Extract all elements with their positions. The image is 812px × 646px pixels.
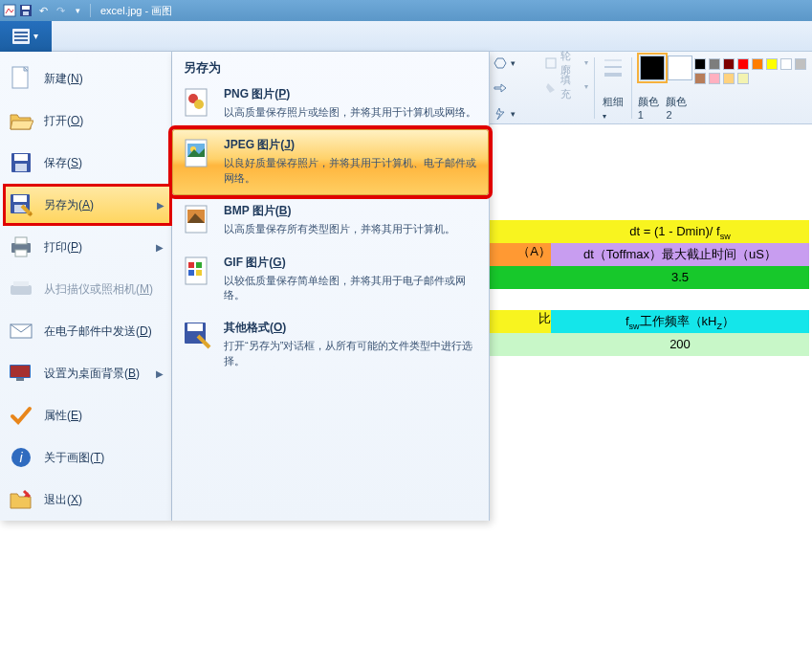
palette-swatch[interactable] xyxy=(752,58,763,70)
palette-swatch[interactable] xyxy=(709,58,720,70)
shape-lightning-button[interactable]: ▾ xyxy=(494,106,516,121)
color1-swatch[interactable] xyxy=(640,56,665,80)
svg-rect-5 xyxy=(14,32,28,33)
shape-arrow-button[interactable] xyxy=(494,81,507,96)
qat-undo-icon[interactable]: ↶ xyxy=(34,2,52,19)
svg-marker-41 xyxy=(494,58,506,68)
svg-rect-37 xyxy=(188,270,194,276)
svg-rect-36 xyxy=(196,262,202,268)
gif-file-icon xyxy=(182,255,214,287)
color-palette[interactable] xyxy=(694,58,808,86)
item-title: 其他格式(O) xyxy=(224,320,479,336)
palette-swatch[interactable] xyxy=(694,73,706,84)
save-as-other[interactable]: 其他格式(O) 打开“另存为”对话框，从所有可能的文件类型中进行选择。 xyxy=(172,312,489,378)
svg-rect-23 xyxy=(16,378,24,381)
email-icon xyxy=(8,318,34,345)
jpeg-file-icon xyxy=(182,137,214,169)
canvas-left-strip: （A） 比 xyxy=(490,220,553,356)
svg-rect-18 xyxy=(11,285,32,295)
fill-button[interactable]: 填充 ▾ xyxy=(545,79,587,94)
item-desc: 以高质量保存照片或绘图，并将其用于计算机或网络。 xyxy=(224,105,476,120)
exit-icon xyxy=(8,486,34,513)
printer-icon xyxy=(8,234,34,260)
menu-label: 保存(S) xyxy=(44,155,82,171)
menu-label: 在电子邮件中发送(D) xyxy=(44,323,152,340)
item-title: PNG 图片(P) xyxy=(224,86,476,102)
ribbon-right-fragment: ▾ ▾ 轮廓 ▾ 填充 ▾ 粗细▾ 颜色 1 颜色 2 xyxy=(490,52,812,124)
color2-swatch[interactable] xyxy=(668,56,692,80)
thickness-label: 粗细▾ xyxy=(603,95,624,121)
svg-rect-10 xyxy=(14,154,28,161)
submenu-arrow-icon: ▶ xyxy=(156,242,164,253)
properties-check-icon xyxy=(8,402,34,429)
file-menu-set-wallpaper[interactable]: 设置为桌面背景(B) ▶ xyxy=(0,352,171,394)
file-menu-exit[interactable]: 退出(X) xyxy=(0,479,171,521)
file-menu-print[interactable]: 打印(P) ▶ xyxy=(0,226,171,268)
open-folder-icon xyxy=(8,107,34,134)
table-row: dt = (1 - Dmin)/ fsw xyxy=(551,220,809,243)
file-menu-from-scanner[interactable]: 从扫描仪或照相机(M) xyxy=(0,268,171,310)
menu-label: 打开(O) xyxy=(44,113,83,129)
table-row: fsw工作频率（kHZ） xyxy=(551,310,809,333)
menu-label: 新建(N) xyxy=(44,71,83,87)
palette-swatch[interactable] xyxy=(709,73,720,84)
menu-label: 设置为桌面背景(B) xyxy=(44,366,140,382)
item-title: BMP 图片(B) xyxy=(224,203,455,219)
table-row: dt（Toffmax）最大截止时间（uS） xyxy=(551,243,809,266)
save-as-icon xyxy=(8,191,34,218)
ribbon-tab-bar xyxy=(0,21,812,52)
save-disk-icon xyxy=(8,149,34,176)
save-as-gif[interactable]: GIF 图片(G) 以较低质量保存简单绘图，并将其用于电子邮件或网络。 xyxy=(172,247,489,313)
palette-swatch[interactable] xyxy=(780,58,792,70)
svg-rect-6 xyxy=(14,35,28,37)
qat-customize-icon[interactable]: ▾ xyxy=(69,2,86,19)
svg-point-28 xyxy=(194,100,204,109)
info-icon: i xyxy=(8,444,34,471)
item-title: GIF 图片(G) xyxy=(224,255,479,271)
item-desc: 打开“另存为”对话框，从所有可能的文件类型中进行选择。 xyxy=(224,339,479,368)
svg-rect-35 xyxy=(188,262,194,268)
palette-swatch[interactable] xyxy=(723,58,735,70)
file-menu-save-as[interactable]: 另存为(A) ▶ xyxy=(3,184,172,226)
palette-swatch[interactable] xyxy=(723,73,735,84)
file-menu-properties[interactable]: 属性(E) xyxy=(0,394,171,436)
file-menu-button[interactable] xyxy=(0,21,52,52)
save-as-png[interactable]: PNG 图片(P) 以高质量保存照片或绘图，并将其用于计算机或网络。 xyxy=(172,78,489,129)
save-as-submenu: 另存为 PNG 图片(P) 以高质量保存照片或绘图，并将其用于计算机或网络。 J… xyxy=(172,52,490,521)
save-as-jpeg[interactable]: JPEG 图片(J) 以良好质量保存照片，并将其用于计算机、电子邮件或网络。 xyxy=(172,129,489,195)
save-as-bmp[interactable]: BMP 图片(B) 以高质量保存所有类型图片，并将其用于计算机。 xyxy=(172,195,489,246)
palette-swatch[interactable] xyxy=(737,58,749,70)
palette-swatch[interactable] xyxy=(795,58,806,70)
svg-rect-40 xyxy=(187,323,203,331)
file-menu-open[interactable]: 打开(O) xyxy=(0,100,171,142)
file-backstage: 新建(N) 打开(O) 保存(S) 另存为(A) ▶ 打印(P) ▶ 从扫描仪或… xyxy=(0,52,490,521)
svg-rect-2 xyxy=(22,6,30,10)
desktop-bg-icon xyxy=(8,360,34,387)
png-file-icon xyxy=(182,86,214,119)
file-menu-about[interactable]: i 关于画图(T) xyxy=(0,436,171,479)
qat-save-icon[interactable] xyxy=(17,2,34,19)
menu-label: 另存为(A) xyxy=(44,197,94,213)
svg-rect-3 xyxy=(23,11,29,15)
file-menu-new[interactable]: 新建(N) xyxy=(0,57,171,100)
file-menu-list: 新建(N) 打开(O) 保存(S) 另存为(A) ▶ 打印(P) ▶ 从扫描仪或… xyxy=(0,52,172,521)
thickness-icon[interactable] xyxy=(603,56,624,84)
palette-swatch[interactable] xyxy=(737,73,749,84)
shape-hexagon-button[interactable]: ▾ xyxy=(494,56,516,70)
svg-rect-11 xyxy=(15,164,27,171)
menu-label: 打印(P) xyxy=(44,239,82,256)
palette-swatch[interactable] xyxy=(766,58,778,70)
paint-app-icon xyxy=(2,3,17,18)
file-menu-send-email[interactable]: 在电子邮件中发送(D) xyxy=(0,310,171,352)
canvas-area: （A） 比 dt = (1 - Dmin)/ fsw dt（Toffmax）最大… xyxy=(490,124,812,646)
file-menu-save[interactable]: 保存(S) xyxy=(0,142,171,184)
palette-swatch[interactable] xyxy=(694,58,706,70)
outline-button[interactable]: 轮廓 ▾ xyxy=(545,56,587,70)
svg-rect-22 xyxy=(11,366,30,377)
color1-label: 颜色 1 xyxy=(638,95,667,121)
item-title: JPEG 图片(J) xyxy=(224,137,479,153)
qat-redo-icon[interactable]: ↷ xyxy=(52,2,69,19)
svg-rect-19 xyxy=(13,281,29,286)
color2-label: 颜色 2 xyxy=(666,95,694,121)
table-row: 200 xyxy=(551,333,809,356)
